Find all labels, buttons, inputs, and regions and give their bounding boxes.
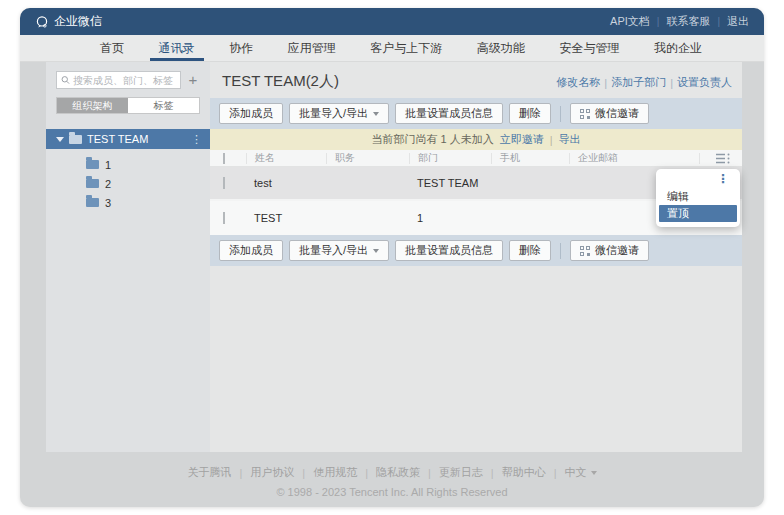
tree-item-root[interactable]: TEST TEAM ⋮ <box>46 129 210 149</box>
tree-root-label: TEST TEAM <box>87 133 148 145</box>
page-footer: 关于腾讯 | 用户协议 | 使用规范 | 隐私政策 | 更新日志 | 帮助中心 … <box>20 452 764 498</box>
copyright-text: © 1998 - 2023 Tencent Inc. All Rights Re… <box>20 486 764 498</box>
add-sub-department-link[interactable]: 添加子部门 <box>611 75 666 90</box>
rename-link[interactable]: 修改名称 <box>556 75 600 90</box>
folder-icon <box>86 179 99 188</box>
qr-code-icon <box>580 109 590 119</box>
import-export-button[interactable]: 批量导入/导出 <box>289 240 389 261</box>
add-member-button[interactable]: 添加成员 <box>219 240 283 261</box>
main-nav: 首页 通讯录 协作 应用管理 客户与上下游 高级功能 安全与管理 我的企业 <box>20 35 764 62</box>
invite-now-link[interactable]: 立即邀请 <box>500 132 544 147</box>
batch-set-info-button[interactable]: 批量设置成员信息 <box>395 240 503 261</box>
footer-link-help[interactable]: 帮助中心 <box>502 465 546 480</box>
tree-item-dept-1[interactable]: 1 <box>46 155 210 174</box>
import-export-label: 批量导入/导出 <box>299 243 368 258</box>
main-panel: TEST TEAM(2人) 修改名称 | 添加子部门 | 设置负责人 添加成员 … <box>210 62 742 452</box>
tree-root-more-icon[interactable]: ⋮ <box>191 134 202 145</box>
folder-icon <box>86 160 99 169</box>
row-checkbox[interactable] <box>223 177 225 189</box>
divider <box>560 243 561 259</box>
separator: | <box>491 467 494 479</box>
wechat-invite-label: 微信邀请 <box>595 243 639 258</box>
delete-button[interactable]: 删除 <box>509 103 551 124</box>
nav-item-advanced[interactable]: 高级功能 <box>473 35 529 61</box>
batch-set-info-button[interactable]: 批量设置成员信息 <box>395 103 503 124</box>
col-header-email: 企业邮箱 <box>569 153 699 164</box>
toolbar-bottom: 添加成员 批量导入/导出 批量设置成员信息 删除 微信邀请 <box>210 235 742 266</box>
topbar-links: API文档 | 联系客服 | 退出 <box>610 14 749 29</box>
separator: | <box>670 77 673 89</box>
sidebar: + 组织架构 标签 TEST TEAM ⋮ 1 2 <box>46 62 210 452</box>
tree-item-dept-3[interactable]: 3 <box>46 193 210 212</box>
footer-link-usage[interactable]: 使用规范 <box>313 465 357 480</box>
export-link[interactable]: 导出 <box>559 132 581 147</box>
chevron-down-icon <box>373 249 379 253</box>
separator: | <box>604 77 607 89</box>
separator: | <box>554 467 557 479</box>
delete-button[interactable]: 删除 <box>509 240 551 261</box>
main-header: TEST TEAM(2人) 修改名称 | 添加子部门 | 设置负责人 <box>210 62 742 98</box>
menu-item-edit[interactable]: 编辑 <box>659 188 737 205</box>
separator: | <box>428 467 431 479</box>
nav-item-security[interactable]: 安全与管理 <box>555 35 623 61</box>
row-more-actions-icon[interactable]: ⋮ <box>717 173 729 185</box>
chevron-down-icon <box>373 112 379 116</box>
cell-department: TEST TEAM <box>409 177 491 189</box>
add-member-button[interactable]: 添加成员 <box>219 103 283 124</box>
wechat-invite-button[interactable]: 微信邀请 <box>570 240 649 261</box>
nav-item-contacts[interactable]: 通讯录 <box>155 35 199 61</box>
column-settings-icon[interactable] <box>716 153 730 164</box>
members-table: 姓名 职务 部门 手机 企业邮箱 <box>210 150 742 235</box>
row-checkbox[interactable] <box>223 212 225 224</box>
nav-item-app-management[interactable]: 应用管理 <box>284 35 340 61</box>
select-all-checkbox[interactable] <box>223 153 225 164</box>
topbar-link-contact-support[interactable]: 联系客服 <box>666 14 710 29</box>
tree-child-label: 3 <box>105 197 111 209</box>
add-department-button[interactable]: + <box>186 73 200 87</box>
footer-link-terms[interactable]: 用户协议 <box>250 465 294 480</box>
tree-child-label: 2 <box>105 178 111 190</box>
separator: | <box>717 16 720 27</box>
nav-item-collaboration[interactable]: 协作 <box>225 35 257 61</box>
search-input[interactable] <box>73 75 176 86</box>
set-leader-link[interactable]: 设置负责人 <box>677 75 732 90</box>
app-logo: 企业微信 <box>35 13 102 30</box>
footer-link-about[interactable]: 关于腾讯 <box>187 465 231 480</box>
language-selector[interactable]: 中文 <box>565 465 597 480</box>
tab-labels[interactable]: 标签 <box>128 98 199 113</box>
nav-item-home[interactable]: 首页 <box>96 35 128 61</box>
separator: | <box>550 134 553 146</box>
nav-item-my-company[interactable]: 我的企业 <box>650 35 706 61</box>
empty-area <box>210 266 742 452</box>
top-bar: 企业微信 API文档 | 联系客服 | 退出 <box>20 8 764 35</box>
col-header-phone: 手机 <box>491 153 569 164</box>
wechat-invite-label: 微信邀请 <box>595 106 639 121</box>
toolbar-top: 添加成员 批量导入/导出 批量设置成员信息 删除 微信邀请 <box>210 98 742 129</box>
app-window: 企业微信 API文档 | 联系客服 | 退出 首页 通讯录 协作 应用管理 客户… <box>20 8 764 507</box>
nav-item-customers[interactable]: 客户与上下游 <box>366 35 446 61</box>
footer-links: 关于腾讯 | 用户协议 | 使用规范 | 隐私政策 | 更新日志 | 帮助中心 … <box>20 465 764 480</box>
topbar-link-logout[interactable]: 退出 <box>727 14 749 29</box>
menu-item-pin-top[interactable]: 置顶 <box>659 205 737 222</box>
wechat-invite-button[interactable]: 微信邀请 <box>570 103 649 124</box>
cell-department: 1 <box>409 212 491 224</box>
separator: | <box>365 467 368 479</box>
app-logo-text: 企业微信 <box>54 13 102 30</box>
department-tree: TEST TEAM ⋮ 1 2 3 <box>46 129 210 212</box>
row-context-menu: ⋮ 编辑 置顶 <box>656 169 740 227</box>
tree-item-dept-2[interactable]: 2 <box>46 174 210 193</box>
cell-name: TEST <box>246 212 326 224</box>
folder-icon <box>69 135 82 144</box>
content-area: + 组织架构 标签 TEST TEAM ⋮ 1 2 <box>46 62 742 452</box>
header-actions: 修改名称 | 添加子部门 | 设置负责人 <box>556 75 732 90</box>
qr-code-icon <box>580 246 590 256</box>
sidebar-tabs: 组织架构 标签 <box>56 97 200 114</box>
caret-down-icon[interactable] <box>56 137 64 142</box>
import-export-button[interactable]: 批量导入/导出 <box>289 103 389 124</box>
col-header-title: 职务 <box>326 153 409 164</box>
footer-link-changelog[interactable]: 更新日志 <box>439 465 483 480</box>
tab-org-structure[interactable]: 组织架构 <box>57 98 128 113</box>
topbar-link-api-docs[interactable]: API文档 <box>610 14 650 29</box>
folder-icon <box>86 198 99 207</box>
footer-link-privacy[interactable]: 隐私政策 <box>376 465 420 480</box>
